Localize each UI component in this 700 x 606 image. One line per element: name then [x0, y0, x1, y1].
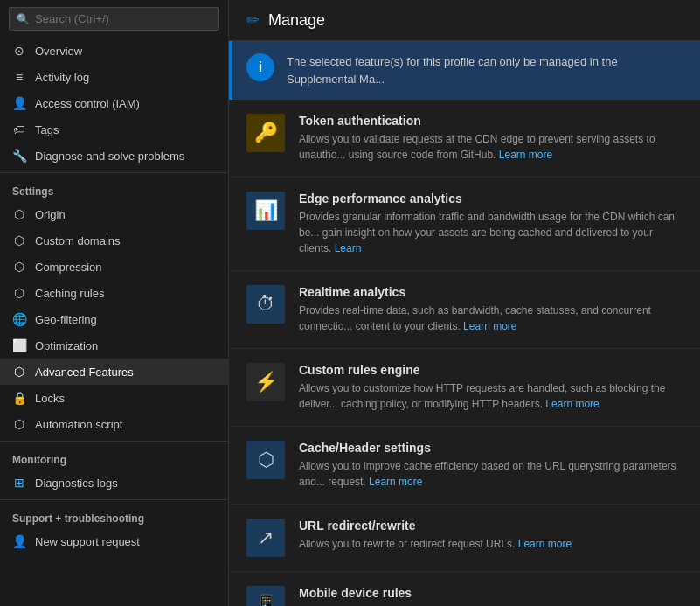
sidebar-item-activity-log[interactable]: ≡ Activity log	[0, 64, 228, 90]
sidebar-item-caching-rules[interactable]: ⬡ Caching rules	[0, 280, 228, 306]
custom-rules-title: Custom rules engine	[299, 363, 683, 377]
origin-icon: ⬡	[12, 207, 26, 221]
geo-icon: 🌐	[12, 312, 26, 326]
realtime-analytics-content: Realtime analytics Provides real-time da…	[299, 285, 683, 334]
sidebar-item-new-support-request[interactable]: 👤 New support request	[0, 528, 228, 554]
realtime-analytics-desc: Provides real-time data, such as bandwid…	[299, 303, 683, 334]
token-auth-desc: Allows you to validate requests at the C…	[299, 131, 683, 163]
feature-item-mobile-rules[interactable]: 📱 Mobile device rules Allows you to cust…	[229, 572, 700, 606]
sidebar-item-label: Activity log	[35, 71, 89, 84]
optimization-icon: ⬜	[12, 338, 26, 352]
support-icon: 👤	[12, 534, 26, 548]
sidebar-item-diagnose[interactable]: 🔧 Diagnose and solve problems	[0, 143, 228, 169]
sidebar-item-label: Diagnose and solve problems	[35, 150, 184, 163]
url-redirect-desc: Allows you to rewrite or redirect reques…	[299, 536, 683, 552]
mobile-rules-content: Mobile device rules Allows you to custom…	[299, 586, 683, 606]
sidebar-item-advanced-features[interactable]: ⬡ Advanced Features	[0, 359, 228, 385]
token-auth-icon: 🔑	[246, 114, 285, 152]
activity-log-icon: ≡	[12, 70, 26, 84]
url-redirect-icon: ↗	[246, 519, 285, 557]
edge-perf-learn-more-link[interactable]: Learn	[335, 242, 362, 254]
cache-header-title: Cache/Header settings	[299, 441, 683, 455]
search-box[interactable]: 🔍	[9, 7, 219, 31]
sidebar-item-custom-domains[interactable]: ⬡ Custom domains	[0, 227, 228, 254]
sidebar-item-diagnostics-logs[interactable]: ⊞ Diagnostics logs	[0, 470, 228, 496]
tag-icon: 🏷	[12, 122, 26, 136]
domains-icon: ⬡	[12, 233, 26, 247]
feature-list: i The selected feature(s) for this profi…	[229, 41, 700, 606]
cache-header-icon: ⬡	[246, 441, 285, 479]
feature-item-edge-perf[interactable]: 📊 Edge performance analytics Provides gr…	[229, 178, 700, 271]
url-redirect-content: URL redirect/rewrite Allows you to rewri…	[299, 519, 683, 552]
lock-icon: 🔒	[12, 391, 26, 405]
token-auth-content: Token authentication Allows you to valid…	[299, 114, 683, 163]
sidebar-item-overview[interactable]: ⊙ Overview	[0, 38, 228, 64]
diagnostics-icon: ⊞	[12, 476, 26, 490]
sidebar-item-label: Optimization	[35, 339, 98, 352]
custom-rules-icon: ⚡	[246, 363, 285, 401]
sidebar-item-label: Geo-filtering	[35, 313, 97, 326]
edge-perf-content: Edge performance analytics Provides gran…	[299, 192, 683, 256]
sidebar-item-label: Overview	[35, 45, 82, 58]
person-icon: 👤	[12, 96, 26, 110]
sidebar-item-label: Diagnostics logs	[35, 477, 118, 490]
sidebar-item-tags[interactable]: 🏷 Tags	[0, 116, 228, 143]
main-content: ✏ Manage i The selected feature(s) for t…	[229, 0, 700, 606]
sidebar-item-access-control[interactable]: 👤 Access control (IAM)	[0, 90, 228, 116]
custom-rules-content: Custom rules engine Allows you to custom…	[299, 363, 683, 412]
sidebar-item-label: Custom domains	[35, 234, 121, 247]
overview-icon: ⊙	[12, 44, 26, 58]
script-icon: ⬡	[12, 417, 26, 431]
realtime-analytics-icon: ⏱	[246, 285, 285, 324]
feature-item-url-redirect[interactable]: ↗ URL redirect/rewrite Allows you to rew…	[229, 505, 700, 572]
support-section-label: Support + troubleshooting	[0, 504, 228, 528]
settings-section-label: Settings	[0, 177, 228, 201]
sidebar-item-automation-script[interactable]: ⬡ Automation script	[0, 411, 228, 437]
edge-perf-title: Edge performance analytics	[299, 192, 683, 205]
mobile-rules-icon: 📱	[246, 586, 285, 606]
url-redirect-title: URL redirect/rewrite	[299, 519, 683, 533]
edge-perf-icon: 📊	[246, 192, 285, 230]
cache-header-learn-more-link[interactable]: Learn more	[369, 476, 422, 488]
sidebar-item-label: Compression	[35, 261, 102, 274]
info-icon: i	[246, 53, 274, 81]
sidebar: 🔍 ⊙ Overview ≡ Activity log 👤 Access con…	[0, 0, 229, 606]
cache-header-content: Cache/Header settings Allows you to impr…	[299, 441, 683, 490]
edge-perf-desc: Provides granular information traffic an…	[299, 209, 683, 256]
sidebar-item-optimization[interactable]: ⬜ Optimization	[0, 332, 228, 359]
feature-item-realtime-analytics[interactable]: ⏱ Realtime analytics Provides real-time …	[229, 271, 700, 349]
sidebar-item-geo-filtering[interactable]: 🌐 Geo-filtering	[0, 306, 228, 332]
sidebar-item-label: Locks	[35, 392, 65, 405]
feature-item-token-auth[interactable]: 🔑 Token authentication Allows you to val…	[229, 100, 700, 178]
token-auth-learn-more-link[interactable]: Learn more	[499, 149, 552, 161]
sidebar-item-origin[interactable]: ⬡ Origin	[0, 201, 228, 227]
token-auth-title: Token authentication	[299, 114, 683, 128]
sidebar-item-locks[interactable]: 🔒 Locks	[0, 385, 228, 411]
feature-item-custom-rules[interactable]: ⚡ Custom rules engine Allows you to cust…	[229, 349, 700, 427]
feature-item-cache-header[interactable]: ⬡ Cache/Header settings Allows you to im…	[229, 427, 700, 505]
sidebar-item-label: Tags	[35, 123, 59, 136]
manage-icon: ✏	[246, 10, 260, 30]
sidebar-item-label: Advanced Features	[35, 366, 134, 379]
sidebar-item-label: Origin	[35, 208, 66, 221]
cache-header-desc: Allows you to improve cache efficiency b…	[299, 458, 683, 490]
search-input[interactable]	[35, 12, 211, 25]
advanced-icon: ⬡	[12, 365, 26, 379]
compression-icon: ⬡	[12, 260, 26, 274]
url-redirect-learn-more-link[interactable]: Learn more	[518, 538, 572, 550]
page-header: ✏ Manage	[229, 0, 700, 41]
realtime-analytics-title: Realtime analytics	[299, 285, 683, 299]
caching-icon: ⬡	[12, 286, 26, 300]
wrench-icon: 🔧	[12, 149, 26, 163]
sidebar-item-label: Automation script	[35, 418, 122, 431]
sidebar-item-label: Caching rules	[35, 287, 105, 300]
mobile-rules-title: Mobile device rules	[299, 586, 683, 600]
page-title: Manage	[268, 11, 325, 30]
sidebar-item-compression[interactable]: ⬡ Compression	[0, 254, 228, 280]
info-banner: i The selected feature(s) for this profi…	[229, 41, 700, 100]
realtime-analytics-learn-more-link[interactable]: Learn more	[463, 320, 516, 332]
custom-rules-desc: Allows you to customize how HTTP request…	[299, 380, 683, 412]
custom-rules-learn-more-link[interactable]: Learn more	[545, 398, 599, 410]
sidebar-item-label: Access control (IAM)	[35, 97, 140, 110]
sidebar-item-label: New support request	[35, 535, 140, 548]
